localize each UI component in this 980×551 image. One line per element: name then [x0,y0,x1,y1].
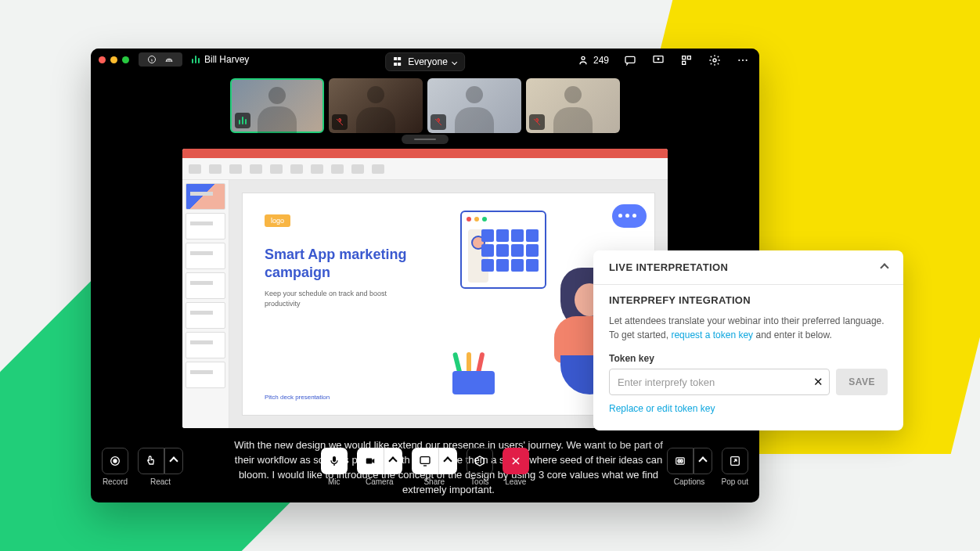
screen-share-icon[interactable] [651,53,665,67]
live-interpretation-panel: LIVE INTERPRETATION INTERPREFY INTEGRATI… [593,250,903,430]
react-button[interactable] [138,448,164,474]
captions-label: Captions [674,477,704,486]
chevron-down-icon [452,59,457,64]
mic-muted-icon [529,114,545,130]
people-icon [576,53,590,67]
participant-tile-3[interactable] [427,78,521,133]
popout-label: Pop out [722,477,748,486]
svg-point-1 [582,56,585,59]
grid-icon [394,57,403,67]
camera-label: Camera [366,477,394,486]
participant-tile-4[interactable] [526,78,620,133]
apps-icon[interactable] [679,53,694,67]
more-icon[interactable] [736,53,750,67]
svg-point-9 [742,59,744,61]
record-label: Record [103,477,128,486]
slide-logo: logo [265,214,290,227]
collapse-icon[interactable] [880,263,888,272]
captions-menu-button[interactable] [694,448,712,474]
svg-text:CC: CC [677,459,683,463]
clear-input-icon[interactable]: ✕ [813,375,823,389]
camera-menu-button[interactable] [384,448,402,474]
panel-description: Let attendees translate your webinar int… [609,314,888,342]
participant-thumbnails [230,78,620,133]
slide-footer: Pitch deck presentation [265,394,330,401]
slide-thumb-2[interactable] [186,213,225,239]
react-label: React [150,477,171,486]
mic-button[interactable] [321,448,348,474]
mic-muted-icon [431,114,446,130]
chat-icon[interactable] [623,53,637,67]
audio-indicator-icon [192,56,200,63]
svg-point-8 [738,59,740,61]
react-menu-button[interactable] [164,448,183,474]
slide-title: Smart App marketing campaign [265,246,413,281]
participant-count[interactable]: 249 [576,53,609,67]
resize-handle[interactable] [402,135,449,144]
network-icon[interactable] [164,54,175,65]
slide-thumb-6[interactable] [186,332,225,358]
slide-subtitle: Keep your schedule on track and boost pr… [265,289,398,308]
request-token-link[interactable]: request a token key [671,330,753,340]
participant-count-value: 249 [593,55,609,66]
svg-rect-14 [366,459,373,464]
close-window-dot[interactable] [99,56,106,63]
mic-label: Mic [328,477,340,486]
maximize-window-dot[interactable] [122,56,129,63]
slide-thumb-1[interactable] [186,183,225,210]
svg-rect-4 [683,56,686,59]
powerpoint-ribbon [182,158,668,180]
leave-label: Leave [505,477,526,486]
powerpoint-titlebar [182,149,668,158]
meeting-controls: Record React Mic [91,448,759,495]
token-input[interactable] [609,369,830,395]
participant-tile-2[interactable] [329,78,423,133]
active-speaker-name: Bill Harvey [204,54,249,65]
svg-point-10 [746,59,748,61]
captions-button[interactable]: CC [667,448,694,474]
svg-rect-15 [420,457,430,464]
token-field-label: Token key [609,353,888,364]
slide-thumb-3[interactable] [186,243,225,269]
settings-icon[interactable] [708,53,722,67]
svg-rect-13 [333,456,336,462]
edit-token-link[interactable]: Replace or edit token key [609,403,715,414]
record-button[interactable] [102,448,128,474]
share-label: Share [423,477,445,486]
participant-tile-1[interactable] [230,78,324,133]
titlebar-info-group [139,52,182,67]
slide-thumb-4[interactable] [186,272,225,299]
svg-rect-2 [625,56,635,63]
panel-title: LIVE INTERPRETATION [609,261,728,273]
share-button[interactable] [412,448,438,474]
camera-button[interactable] [357,448,384,474]
slide-thumb-5[interactable] [186,302,225,329]
popout-button[interactable] [722,448,748,474]
info-icon[interactable] [146,54,157,65]
minimize-window-dot[interactable] [110,56,117,63]
layout-label: Everyone [408,56,448,67]
tools-button[interactable] [467,448,493,474]
slide-thumb-7[interactable] [186,362,225,388]
mic-muted-icon [332,114,348,130]
save-button[interactable]: SAVE [836,369,888,395]
panel-section-title: INTERPREFY INTEGRATION [609,294,888,306]
tools-label: Tools [470,477,488,486]
leave-button[interactable] [503,448,529,474]
audio-active-icon [235,113,250,128]
svg-point-7 [713,59,716,62]
svg-rect-6 [683,61,686,64]
share-menu-button[interactable] [438,448,457,474]
svg-point-12 [113,459,117,463]
slide-thumbnail-list [182,180,229,428]
svg-rect-5 [687,56,690,59]
layout-switcher[interactable]: Everyone [385,52,465,71]
